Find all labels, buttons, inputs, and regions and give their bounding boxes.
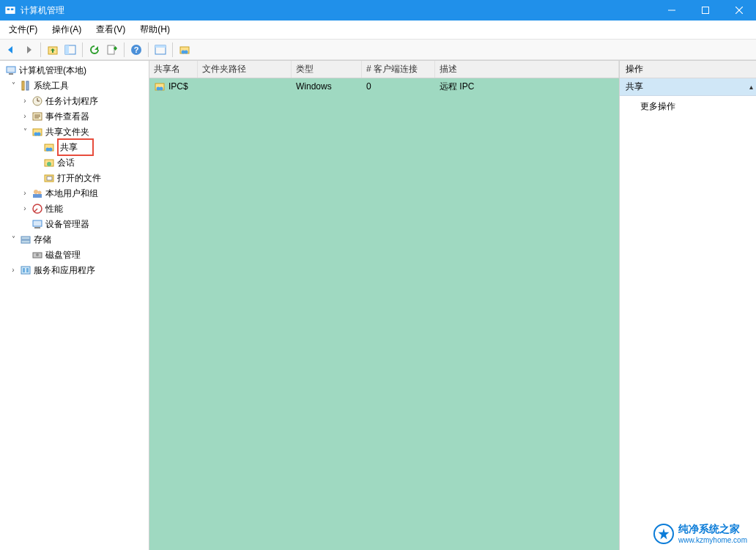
column-folder-path[interactable]: 文件夹路径 bbox=[198, 61, 292, 78]
users-icon bbox=[32, 187, 43, 199]
svg-point-39 bbox=[34, 190, 38, 194]
toolbar: ? bbox=[0, 40, 756, 60]
cell-description: 远程 IPC bbox=[440, 81, 474, 93]
svg-rect-4 bbox=[703, 7, 709, 14]
shares-icon bbox=[43, 141, 55, 153]
watermark-brand: 纯净系统之家 bbox=[678, 523, 740, 535]
svg-rect-50 bbox=[21, 267, 30, 274]
show-hide-tree-button[interactable] bbox=[62, 42, 78, 58]
watermark: 纯净系统之家 www.kzmyhome.com bbox=[653, 523, 747, 544]
collapse-icon[interactable]: ▴ bbox=[749, 83, 753, 91]
svg-rect-19 bbox=[9, 73, 13, 75]
actions-section[interactable]: 共享 ▴ bbox=[620, 78, 756, 96]
tree-label: 磁盘管理 bbox=[45, 248, 81, 262]
tree-item-shares[interactable]: 共享 bbox=[0, 139, 149, 155]
actions-more-label: 更多操作 bbox=[640, 101, 675, 111]
help-button[interactable]: ? bbox=[128, 42, 144, 58]
up-button[interactable] bbox=[45, 42, 61, 58]
svg-rect-10 bbox=[108, 45, 114, 54]
performance-icon bbox=[32, 203, 43, 215]
tree-item-task-scheduler[interactable]: › 任务计划程序 bbox=[0, 93, 149, 108]
refresh-button[interactable] bbox=[86, 42, 103, 58]
list-panel: 共享名 文件夹路径 类型 # 客户端连接 描述 IPC$ Windows 0 远… bbox=[149, 61, 620, 550]
close-button[interactable] bbox=[722, 0, 756, 21]
tree-item-event-viewer[interactable]: › 事件查看器 bbox=[0, 108, 149, 124]
svg-rect-47 bbox=[21, 240, 30, 243]
svg-rect-2 bbox=[11, 8, 14, 10]
tree-root[interactable]: 计算机管理(本地) bbox=[0, 62, 149, 78]
menu-view[interactable]: 查看(V) bbox=[89, 21, 133, 38]
svg-point-49 bbox=[36, 253, 39, 256]
column-description[interactable]: 描述 bbox=[435, 61, 619, 78]
tree-item-shared-folders[interactable]: ˅ 共享文件夹 bbox=[0, 124, 149, 139]
svg-point-34 bbox=[49, 147, 53, 151]
computer-icon bbox=[5, 64, 17, 76]
toolbar-separator bbox=[148, 42, 149, 57]
watermark-url: www.kzmyhome.com bbox=[678, 536, 747, 544]
tree-item-system-tools[interactable]: ˅ 系统工具 bbox=[0, 78, 149, 93]
back-button[interactable] bbox=[3, 42, 19, 58]
svg-point-55 bbox=[160, 87, 163, 91]
tree-item-storage[interactable]: ˅ 存储 bbox=[0, 231, 149, 247]
minimize-button[interactable] bbox=[655, 0, 689, 21]
actions-more[interactable]: 更多操作 bbox=[620, 96, 756, 117]
menu-file[interactable]: 文件(F) bbox=[1, 21, 45, 38]
tree-item-performance[interactable]: › 性能 bbox=[0, 201, 149, 216]
tree-item-local-users[interactable]: › 本地用户和组 bbox=[0, 185, 149, 201]
menu-action[interactable]: 操作(A) bbox=[45, 21, 89, 38]
cell-type: Windows bbox=[296, 81, 332, 92]
expand-icon[interactable]: › bbox=[21, 201, 29, 216]
tree-item-sessions[interactable]: 会话 bbox=[0, 155, 149, 170]
navigation-tree[interactable]: 计算机管理(本地) ˅ 系统工具 › 任务计划程序 › 事件查看器 ˅ 共享文件… bbox=[0, 62, 149, 278]
open-files-icon bbox=[43, 172, 55, 184]
svg-point-31 bbox=[37, 132, 41, 135]
collapse-icon[interactable]: ˅ bbox=[9, 232, 18, 247]
svg-rect-9 bbox=[65, 45, 69, 54]
maximize-button[interactable] bbox=[689, 0, 722, 21]
tree-label: 任务计划程序 bbox=[45, 94, 98, 108]
menu-help[interactable]: 帮助(H) bbox=[133, 21, 177, 38]
tree-item-open-files[interactable]: 打开的文件 bbox=[0, 170, 149, 185]
share-icon bbox=[154, 81, 166, 92]
tree-label: 性能 bbox=[45, 201, 63, 216]
tree-label: 共享文件夹 bbox=[45, 125, 89, 139]
tree-label: 系统工具 bbox=[34, 78, 69, 93]
expand-icon[interactable]: ˅ bbox=[9, 78, 18, 93]
window-title: 计算机管理 bbox=[21, 4, 655, 17]
expand-icon[interactable]: › bbox=[9, 263, 18, 278]
svg-point-17 bbox=[185, 50, 188, 53]
expand-icon[interactable]: › bbox=[21, 109, 29, 124]
shares-view-button[interactable] bbox=[177, 42, 193, 58]
svg-rect-45 bbox=[34, 227, 40, 228]
list-row[interactable]: IPC$ Windows 0 远程 IPC bbox=[149, 78, 619, 94]
expand-icon[interactable]: › bbox=[21, 186, 29, 201]
column-share-name[interactable]: 共享名 bbox=[149, 61, 198, 78]
cell-share-name: IPC$ bbox=[168, 81, 188, 92]
clock-icon bbox=[32, 95, 43, 107]
tree-panel: 计算机管理(本地) ˅ 系统工具 › 任务计划程序 › 事件查看器 ˅ 共享文件… bbox=[0, 61, 149, 550]
export-button[interactable] bbox=[104, 42, 120, 58]
collapse-icon[interactable]: ˅ bbox=[21, 125, 29, 139]
svg-rect-41 bbox=[33, 194, 42, 198]
column-type[interactable]: 类型 bbox=[292, 61, 362, 78]
tree-item-services-apps[interactable]: › 服务和应用程序 bbox=[0, 262, 149, 278]
column-client-connections[interactable]: # 客户端连接 bbox=[362, 61, 435, 78]
forward-button[interactable] bbox=[21, 42, 37, 58]
tree-item-device-manager[interactable]: 设备管理器 bbox=[0, 216, 149, 231]
tree-item-disk-management[interactable]: 磁盘管理 bbox=[0, 247, 149, 262]
svg-text:?: ? bbox=[134, 45, 139, 54]
svg-rect-21 bbox=[26, 81, 29, 90]
svg-rect-38 bbox=[47, 176, 52, 180]
toolbar-separator bbox=[172, 42, 173, 57]
list-body[interactable]: IPC$ Windows 0 远程 IPC bbox=[149, 78, 619, 550]
tools-icon bbox=[20, 80, 32, 92]
disk-icon bbox=[32, 249, 43, 261]
svg-rect-20 bbox=[22, 81, 24, 90]
window-controls bbox=[655, 0, 756, 21]
svg-point-36 bbox=[47, 162, 51, 166]
expand-icon[interactable]: › bbox=[21, 94, 29, 108]
tree-label: 设备管理器 bbox=[45, 217, 89, 231]
sessions-icon bbox=[43, 157, 55, 168]
new-share-button[interactable] bbox=[152, 42, 168, 58]
svg-rect-18 bbox=[7, 67, 15, 73]
